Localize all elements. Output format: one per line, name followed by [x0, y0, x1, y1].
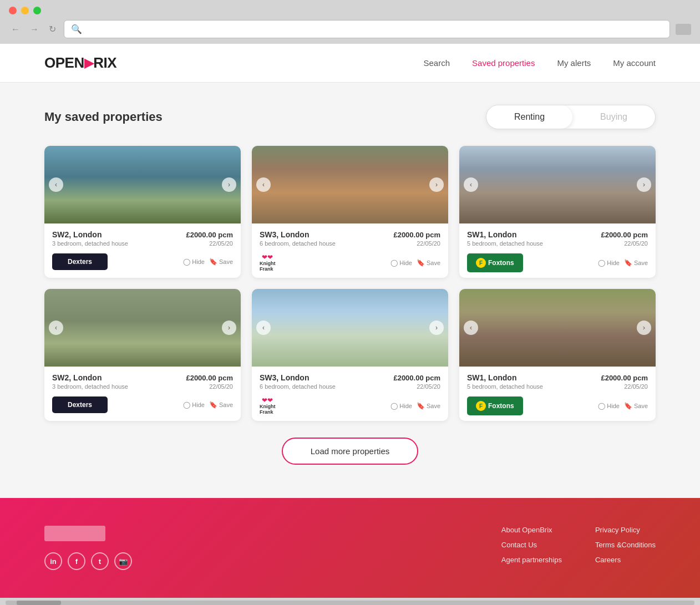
hide-icon: ◯ — [183, 258, 190, 266]
browser-traffic-lights — [9, 7, 691, 14]
carousel-next-button[interactable]: › — [222, 177, 236, 192]
save-button[interactable]: 🔖 Save — [417, 402, 440, 410]
card-image: ‹ › — [459, 289, 656, 367]
hide-button[interactable]: ◯ Hide — [183, 258, 205, 266]
card-location: SW1, London — [467, 230, 516, 239]
card-image: ‹ › — [252, 146, 448, 223]
scroll-track[interactable] — [6, 601, 694, 605]
property-card: ‹ › SW1, London £2000.00 pcm 5 bedroom, … — [459, 146, 656, 278]
card-price: £2000.00 pcm — [601, 231, 648, 239]
hide-label: Hide — [192, 258, 205, 265]
property-grid: ‹ › SW2, London £2000.00 pcm 3 bedroom, … — [44, 146, 656, 421]
card-body: SW1, London £2000.00 pcm 5 bedroom, deta… — [459, 367, 656, 421]
footer-left: in f t 📷 — [44, 526, 132, 570]
bottom-scrollbar — [0, 598, 700, 605]
card-date: 22/05/20 — [624, 240, 648, 247]
save-label: Save — [634, 403, 648, 409]
card-image: ‹ › — [44, 289, 241, 367]
hide-button[interactable]: ◯ Hide — [390, 402, 412, 410]
nav-account[interactable]: My account — [613, 58, 656, 68]
load-more-button[interactable]: Load more properties — [282, 438, 419, 465]
social-linkedin[interactable]: in — [44, 552, 62, 570]
reload-button[interactable]: ↻ — [47, 22, 58, 37]
nav-saved-properties[interactable]: Saved properties — [472, 58, 535, 68]
card-type: 5 bedroom, detached house — [467, 240, 543, 247]
save-button[interactable]: 🔖 Save — [209, 401, 233, 409]
kf-hearts-icon: ❤❤ — [262, 253, 273, 261]
forward-button[interactable]: → — [28, 22, 41, 37]
carousel-prev-button[interactable]: ‹ — [256, 177, 271, 192]
carousel-prev-button[interactable]: ‹ — [256, 321, 271, 335]
carousel-next-button[interactable]: › — [637, 321, 651, 335]
page-title: My saved properties — [44, 110, 163, 124]
kf-text: KnightFrank — [260, 404, 276, 415]
url-input[interactable] — [87, 25, 663, 33]
card-body: SW3, London £2000.00 pcm 6 bedroom, deta… — [252, 367, 448, 421]
save-button[interactable]: 🔖 Save — [624, 402, 648, 410]
card-type: 6 bedroom, detached house — [260, 240, 336, 247]
agent-dexters-badge: Dexters — [52, 396, 108, 413]
carousel-prev-button[interactable]: ‹ — [464, 177, 478, 192]
hide-button[interactable]: ◯ Hide — [598, 402, 620, 410]
footer-contact[interactable]: Contact Us — [501, 541, 562, 549]
social-facebook[interactable]: f — [68, 552, 85, 570]
card-price: £2000.00 pcm — [393, 374, 440, 382]
address-bar[interactable]: 🔍 — [64, 20, 670, 38]
back-button[interactable]: ← — [9, 22, 22, 37]
browser-chrome: ← → ↻ 🔍 — [0, 0, 700, 44]
hide-button[interactable]: ◯ Hide — [183, 401, 205, 409]
logo-arrow-icon: ▶ — [84, 56, 94, 70]
card-date: 22/05/20 — [417, 383, 440, 390]
carousel-prev-button[interactable]: ‹ — [49, 321, 63, 335]
save-label: Save — [219, 258, 233, 265]
nav-search[interactable]: Search — [424, 58, 450, 68]
carousel-prev-button[interactable]: ‹ — [49, 177, 63, 192]
carousel-next-button[interactable]: › — [637, 177, 651, 192]
footer-about[interactable]: About OpenBrix — [501, 526, 562, 534]
site-footer: in f t 📷 About OpenBrix Contact Us Agent… — [0, 498, 700, 598]
nav-alerts[interactable]: My alerts — [557, 58, 591, 68]
agent-dexters-badge: Dexters — [52, 253, 108, 270]
minimize-window-button[interactable] — [21, 7, 29, 14]
footer-careers[interactable]: Careers — [595, 556, 656, 564]
property-card: ‹ › SW2, London £2000.00 pcm 3 bedroom, … — [44, 146, 241, 278]
maximize-window-button[interactable] — [33, 7, 41, 14]
kf-hearts-icon: ❤❤ — [262, 396, 273, 404]
footer-agent[interactable]: Agent partnerships — [501, 556, 562, 564]
card-footer: Dexters ◯ Hide 🔖 Save — [52, 396, 233, 413]
bookmark-icon: 🔖 — [624, 259, 632, 267]
carousel-next-button[interactable]: › — [429, 177, 444, 192]
hide-label: Hide — [399, 403, 412, 409]
social-twitter[interactable]: t — [91, 552, 109, 570]
card-footer: ❤❤ KnightFrank ◯ Hide 🔖 Save — [260, 253, 440, 272]
carousel-next-button[interactable]: › — [222, 321, 236, 335]
card-price: £2000.00 pcm — [186, 231, 233, 239]
card-details-row: 3 bedroom, detached house 22/05/20 — [52, 240, 233, 247]
agent-kf-badge: ❤❤ KnightFrank — [260, 396, 304, 415]
browser-extension — [676, 24, 691, 35]
card-type: 3 bedroom, detached house — [52, 240, 128, 247]
tab-renting[interactable]: Renting — [486, 105, 572, 129]
card-date: 22/05/20 — [209, 240, 233, 247]
card-image: ‹ › — [44, 146, 241, 223]
social-instagram[interactable]: 📷 — [114, 552, 132, 570]
footer-terms[interactable]: Terms &Conditions — [595, 541, 656, 549]
scroll-thumb[interactable] — [17, 601, 61, 605]
carousel-next-button[interactable]: › — [429, 321, 444, 335]
hide-button[interactable]: ◯ Hide — [598, 259, 620, 267]
footer-social: in f t 📷 — [44, 552, 132, 570]
foxtons-icon: F — [476, 258, 486, 268]
close-window-button[interactable] — [9, 7, 17, 14]
footer-logo — [44, 526, 105, 541]
save-button[interactable]: 🔖 Save — [624, 259, 648, 267]
tab-buying[interactable]: Buying — [572, 105, 655, 129]
save-button[interactable]: 🔖 Save — [209, 258, 233, 266]
carousel-prev-button[interactable]: ‹ — [464, 321, 478, 335]
card-location-row: SW2, London £2000.00 pcm — [52, 230, 233, 239]
search-icon: 🔍 — [71, 24, 82, 34]
hide-button[interactable]: ◯ Hide — [390, 259, 412, 267]
main-nav: Search Saved properties My alerts My acc… — [424, 58, 656, 68]
logo[interactable]: OPEN ▶ RIX — [44, 54, 116, 72]
footer-privacy[interactable]: Privacy Policy — [595, 526, 656, 534]
save-button[interactable]: 🔖 Save — [417, 259, 440, 267]
